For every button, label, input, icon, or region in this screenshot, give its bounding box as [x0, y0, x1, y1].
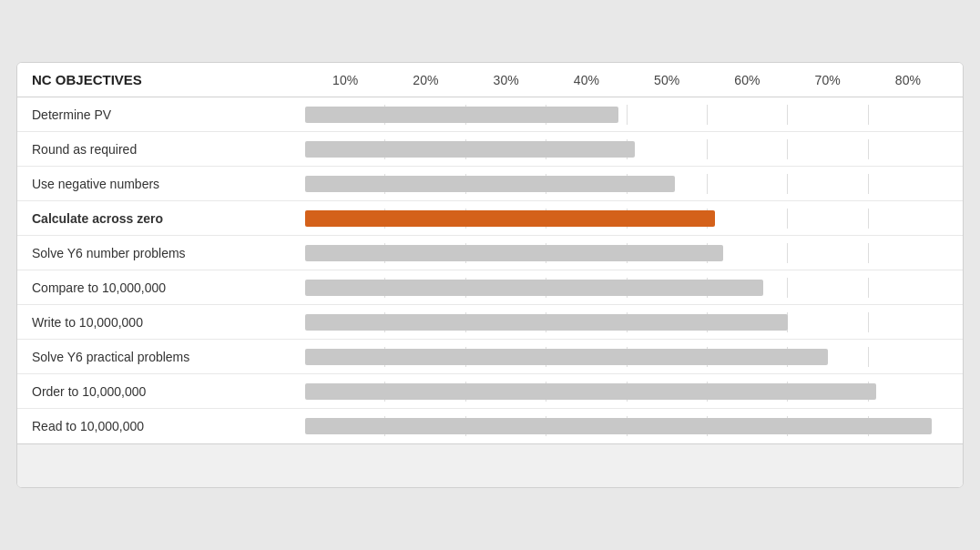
grid-line	[788, 278, 868, 298]
axis-labels: 10%20%30%40%50%60%70%80%	[305, 73, 948, 87]
axis-label: 70%	[788, 73, 868, 87]
bar-area	[305, 382, 948, 402]
chart-row: Solve Y6 practical problems	[17, 340, 963, 374]
grid-line	[788, 139, 868, 159]
chart-row: Use negative numbers	[17, 167, 963, 201]
grid-line	[869, 209, 948, 229]
data-bar	[305, 280, 763, 296]
chart-container: NC OBJECTIVES 10%20%30%40%50%60%70%80% D…	[16, 62, 964, 488]
bar-area	[305, 312, 948, 332]
grid-line	[869, 312, 948, 332]
grid-line	[869, 243, 948, 263]
grid-line	[788, 174, 868, 194]
grid-line	[869, 174, 948, 194]
grid-line	[869, 382, 948, 402]
grid-line	[869, 139, 948, 159]
bar-area	[305, 347, 948, 367]
row-label: Solve Y6 number problems	[32, 246, 305, 260]
row-label: Write to 10,000,000	[32, 315, 305, 330]
grid-line	[708, 174, 788, 194]
chart-row: Solve Y6 number problems	[17, 236, 963, 270]
chart-row: Round as required	[17, 132, 963, 167]
data-bar	[305, 383, 876, 400]
grid-line	[788, 312, 868, 332]
data-bar	[305, 141, 635, 158]
grid-line	[628, 139, 708, 159]
chart-row: Read to 10,000,000	[17, 409, 963, 443]
row-label: Order to 10,000,000	[32, 384, 305, 399]
bar-area	[305, 243, 948, 263]
axis-label: 80%	[868, 73, 948, 87]
grid-line	[869, 105, 948, 125]
axis-label: 40%	[546, 73, 627, 87]
axis-label: 10%	[305, 73, 385, 87]
bar-area	[305, 416, 948, 436]
row-label: Use negative numbers	[32, 177, 305, 191]
chart-row: Write to 10,000,000	[17, 305, 963, 340]
data-bar	[305, 107, 618, 123]
row-label: Read to 10,000,000	[32, 419, 305, 433]
grid-line	[869, 278, 948, 298]
grid-line	[788, 243, 868, 263]
grid-line	[708, 139, 788, 159]
chart-body: Determine PVRound as requiredUse negativ…	[17, 97, 963, 443]
highlighted-bar	[305, 210, 715, 227]
grid-line	[869, 347, 948, 367]
chart-row: Compare to 10,000,000	[17, 270, 963, 305]
chart-title: NC OBJECTIVES	[32, 72, 305, 87]
row-label: Calculate across zero	[32, 211, 305, 226]
grid-line	[628, 105, 708, 125]
grid-line	[708, 209, 788, 229]
axis-label: 60%	[707, 73, 787, 87]
chart-header: NC OBJECTIVES 10%20%30%40%50%60%70%80%	[17, 63, 963, 97]
row-label: Determine PV	[32, 107, 305, 122]
bar-area	[305, 278, 948, 298]
axis-label: 20%	[385, 73, 465, 87]
data-bar	[305, 349, 828, 365]
row-label: Solve Y6 practical problems	[32, 350, 305, 364]
row-label: Round as required	[32, 142, 305, 157]
chart-footer	[17, 443, 963, 487]
chart-row: Determine PV	[17, 97, 963, 132]
bar-area	[305, 139, 948, 159]
data-bar	[305, 245, 723, 261]
data-bar	[305, 314, 788, 331]
data-bar	[305, 176, 675, 192]
bar-area	[305, 105, 948, 125]
bar-area	[305, 174, 948, 194]
bar-area	[305, 209, 948, 229]
chart-row: Calculate across zero	[17, 201, 963, 236]
grid-line	[708, 105, 788, 125]
axis-label: 50%	[627, 73, 707, 87]
row-label: Compare to 10,000,000	[32, 280, 305, 295]
grid-line	[788, 209, 868, 229]
chart-row: Order to 10,000,000	[17, 374, 963, 409]
grid-line	[788, 105, 868, 125]
axis-label: 30%	[466, 73, 546, 87]
data-bar	[305, 418, 932, 434]
